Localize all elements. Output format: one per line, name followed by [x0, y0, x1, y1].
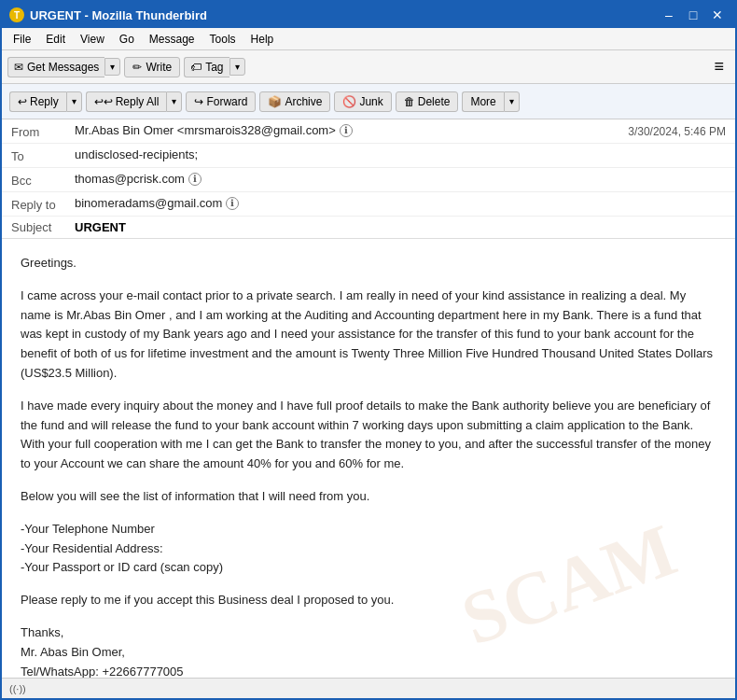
tag-label: Tag — [205, 61, 223, 74]
action-bar: ↩ Reply ▾ ↩↩ Reply All ▾ ↪ Forward 📦 Arc… — [2, 84, 735, 119]
list-item-2: -Your Residential Address: — [21, 539, 716, 559]
bcc-label: Bcc — [11, 172, 75, 188]
reply-all-arrow[interactable]: ▾ — [166, 91, 182, 112]
write-button[interactable]: ✏ Write — [124, 57, 180, 77]
get-messages-label: Get Messages — [27, 61, 99, 74]
bcc-value: thomas@pcrisk.com ℹ — [75, 172, 726, 186]
from-label: From — [11, 123, 75, 139]
greeting: Greetings. — [21, 254, 716, 273]
minimize-button[interactable]: – — [659, 7, 679, 23]
reply-split-button[interactable]: ↩ Reply ▾ — [9, 91, 82, 112]
window-title: URGENT - Mozilla Thunderbird — [30, 8, 207, 22]
reply-to-label: Reply to — [11, 196, 75, 212]
title-bar-left: T URGENT - Mozilla Thunderbird — [9, 7, 207, 22]
hamburger-menu-icon[interactable]: ≡ — [708, 55, 730, 78]
email-header: ↩ Reply ▾ ↩↩ Reply All ▾ ↪ Forward 📦 Arc… — [2, 84, 735, 239]
email-date: 3/30/2024, 5:46 PM — [628, 123, 726, 138]
signal-icon: ((·)) — [9, 683, 26, 694]
reply-to-address: binomeradams@gmail.com — [75, 196, 222, 210]
tag-icon: 🏷 — [190, 61, 202, 74]
bcc-row: Bcc thomas@pcrisk.com ℹ — [2, 168, 735, 192]
list-item-3: -Your Passport or ID card (scan copy) — [21, 558, 716, 578]
tag-button[interactable]: 🏷 Tag — [184, 57, 229, 77]
menu-edit[interactable]: Edit — [40, 31, 71, 48]
bcc-address: thomas@pcrisk.com — [75, 172, 185, 186]
to-row: To undisclosed-recipients; — [2, 144, 735, 168]
reply-to-info-icon[interactable]: ℹ — [226, 197, 239, 210]
close-button[interactable]: ✕ — [707, 7, 728, 23]
archive-label: Archive — [285, 95, 322, 108]
main-toolbar: ✉ Get Messages ▾ ✏ Write 🏷 Tag ▾ ≡ — [2, 50, 735, 84]
menu-view[interactable]: View — [75, 31, 110, 48]
subject-row: Subject URGENT — [2, 217, 735, 238]
from-row: From Mr.Abas Bin Omer <mrsmarois328@gmai… — [2, 119, 735, 144]
reply-all-icon: ↩↩ — [94, 95, 113, 108]
junk-button[interactable]: 🚫 Junk — [334, 91, 391, 112]
email-body: SCAM Greetings. I came across your e-mai… — [2, 239, 735, 678]
reply-to-row: Reply to binomeradams@gmail.com ℹ — [2, 192, 735, 217]
write-label: Write — [146, 61, 172, 74]
bcc-info-icon[interactable]: ℹ — [188, 173, 202, 186]
reply-all-label: Reply All — [116, 95, 160, 108]
more-split-button[interactable]: More ▾ — [462, 91, 519, 112]
menu-file[interactable]: File — [7, 31, 36, 48]
sender-info-icon[interactable]: ℹ — [340, 124, 353, 137]
body-paragraph-4: Please reply to me if you accept this Bu… — [21, 591, 716, 610]
window-controls: – □ ✕ — [659, 7, 728, 23]
maximize-button[interactable]: □ — [683, 7, 703, 23]
delete-label: Delete — [418, 95, 451, 108]
more-label: More — [470, 95, 495, 108]
delete-button[interactable]: 🗑 Delete — [396, 91, 459, 112]
trash-icon: 🗑 — [404, 95, 415, 108]
title-bar: T URGENT - Mozilla Thunderbird – □ ✕ — [2, 2, 735, 28]
reply-all-button[interactable]: ↩↩ Reply All — [86, 91, 167, 112]
subject-value: URGENT — [75, 220, 126, 234]
body-paragraph-1: I came across your e-mail contact prior … — [21, 287, 716, 384]
list-item-1: -Your Telephone Number — [21, 520, 716, 539]
body-paragraph-3: Below you will see the list of informati… — [21, 487, 716, 507]
more-button[interactable]: More — [462, 91, 503, 112]
reply-arrow[interactable]: ▾ — [66, 91, 82, 112]
forward-button[interactable]: ↪ Forward — [186, 91, 256, 112]
junk-icon: 🚫 — [342, 95, 356, 108]
archive-icon: 📦 — [268, 95, 282, 108]
pencil-icon: ✏ — [132, 61, 142, 74]
envelope-icon: ✉ — [14, 61, 23, 74]
main-window: T URGENT - Mozilla Thunderbird – □ ✕ Fil… — [0, 0, 737, 700]
menu-message[interactable]: Message — [144, 31, 201, 48]
signature: Thanks, Mr. Abas Bin Omer, Tel/WhatsApp:… — [21, 623, 716, 678]
reply-to-value: binomeradams@gmail.com ℹ — [75, 196, 726, 210]
tag-arrow[interactable]: ▾ — [229, 58, 245, 76]
junk-label: Junk — [359, 95, 382, 108]
subject-label: Subject — [11, 220, 75, 234]
from-value: Mr.Abas Bin Omer <mrsmarois328@gmail.com… — [75, 123, 628, 137]
from-name: Mr.Abas Bin Omer <mrsmarois328@gmail.com… — [75, 123, 336, 137]
get-messages-arrow[interactable]: ▾ — [104, 58, 120, 76]
menu-go[interactable]: Go — [114, 31, 140, 48]
get-messages-dropdown[interactable]: ✉ Get Messages ▾ — [7, 57, 120, 77]
forward-label: Forward — [206, 95, 247, 108]
tag-dropdown[interactable]: 🏷 Tag ▾ — [184, 57, 244, 77]
to-label: To — [11, 147, 75, 163]
status-bar: ((·)) — [2, 678, 735, 698]
more-arrow[interactable]: ▾ — [504, 91, 520, 112]
reply-label: Reply — [30, 95, 59, 108]
body-paragraph-2: I have made every inquiry about the mone… — [21, 397, 716, 474]
reply-button[interactable]: ↩ Reply — [9, 91, 66, 112]
archive-button[interactable]: 📦 Archive — [259, 91, 330, 112]
to-value: undisclosed-recipients; — [75, 147, 726, 161]
menu-bar: File Edit View Go Message Tools Help — [2, 28, 735, 50]
menu-tools[interactable]: Tools — [204, 31, 242, 48]
menu-help[interactable]: Help — [245, 31, 280, 48]
reply-all-split-button[interactable]: ↩↩ Reply All ▾ — [86, 91, 183, 112]
forward-icon: ↪ — [194, 95, 203, 108]
app-icon: T — [9, 7, 24, 22]
reply-icon: ↩ — [18, 95, 27, 108]
get-messages-button[interactable]: ✉ Get Messages — [7, 57, 104, 77]
